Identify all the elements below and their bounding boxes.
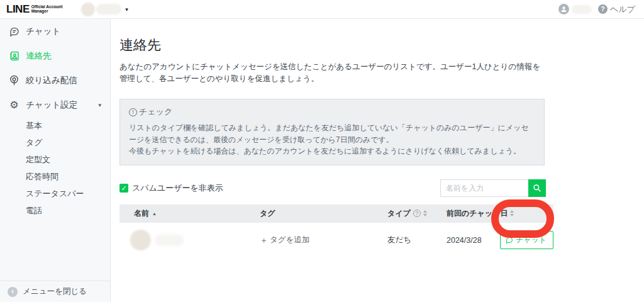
chat-bubble-icon (9, 26, 19, 36)
notice-title: チェック (139, 106, 172, 118)
user-name-redacted (155, 235, 184, 246)
help-link[interactable]: ヘルプ (610, 4, 635, 15)
table-row: ＋ タグを追加 友だち 2024/3/28 チャット (119, 223, 553, 258)
account-selector[interactable]: ▾ (81, 3, 128, 16)
help-icon[interactable]: ? (598, 4, 608, 14)
spam-filter-label: スパムユーザーを非表示 (132, 182, 223, 194)
sidebar-subitem-response-time[interactable]: 応答時間 (0, 168, 110, 185)
column-header-type[interactable]: タイプ ? (387, 208, 447, 219)
user-name-redacted (572, 5, 592, 14)
sidebar-subitem-tags[interactable]: タグ (0, 134, 110, 151)
search-button[interactable] (528, 179, 546, 197)
top-header: LINE Official Account Manager ▾ ? ヘルプ (0, 0, 644, 19)
contacts-table: 名前 ▲ タグ タイプ ? 前回のチャット日 ＋ (119, 204, 553, 258)
sidebar-nav: チャット 連絡先 絞り込み配信 ⚙ チャット設定 ▾ 基本 タグ 定型文 応答時… (0, 19, 111, 302)
logo-subtext: Official Account Manager (31, 4, 63, 14)
notice-line1: リストのタイプ欄を確認してみましょう。まだあなたを友だち追加していない「チャット… (129, 123, 529, 144)
notice-body: リストのタイプ欄を確認してみましょう。まだあなたを友だち追加していない「チャット… (129, 122, 531, 157)
sidebar-item-label: 絞り込み配信 (26, 75, 77, 86)
table-header-row: 名前 ▲ タグ タイプ ? 前回のチャット日 (119, 204, 553, 223)
chevron-down-icon[interactable]: ▾ (98, 102, 101, 108)
page-description: あなたのアカウントにチャットメッセージを送信したことがあるユーザーのリストです。… (119, 61, 546, 85)
sort-icons (510, 210, 514, 216)
logo-text: LINE (6, 3, 30, 16)
sidebar-item-chat[interactable]: チャット (0, 19, 110, 43)
notice-title-row: ! チェック (129, 106, 535, 118)
chat-button[interactable]: チャット (500, 231, 553, 249)
close-menu-label: メニューを閉じる (23, 286, 87, 297)
sidebar-item-targeted-broadcast[interactable]: 絞り込み配信 (0, 68, 110, 92)
notice-line2: 今後もチャットを続ける場合は、あなたのアカウントを友だちに追加するようにさりげな… (129, 147, 521, 155)
plus-icon: ＋ (260, 235, 268, 246)
list-controls: ✓ スパムユーザーを非表示 (119, 179, 546, 197)
column-header-tag: タグ (260, 208, 387, 219)
add-tag-label: タグを追加 (270, 235, 309, 245)
cell-last-chat: 2024/3/28 (447, 236, 500, 245)
sidebar-item-contacts[interactable]: 連絡先 (0, 43, 110, 68)
sidebar-subitem-phone[interactable]: 電話 (0, 202, 110, 219)
cell-name (119, 230, 260, 250)
chevron-left-icon: ‹ (8, 287, 18, 297)
user-avatar-icon[interactable] (558, 4, 569, 14)
gear-icon: ⚙ (9, 99, 19, 110)
chat-button-label: チャット (516, 235, 547, 245)
sidebar-subitem-basic[interactable]: 基本 (0, 117, 110, 134)
contact-book-icon (9, 50, 19, 61)
cell-type: 友だち (387, 235, 447, 245)
spam-filter-checkbox[interactable]: ✓ (119, 184, 128, 193)
sidebar-item-label: 連絡先 (26, 50, 52, 62)
search-icon (533, 184, 541, 193)
cell-actions: チャット (500, 231, 553, 249)
check-notice-panel: ! チェック リストのタイプ欄を確認してみましょう。まだあなたを友だち追加してい… (119, 99, 545, 165)
chevron-down-icon: ▾ (125, 6, 128, 13)
type-help-icon[interactable]: ? (413, 210, 421, 217)
add-tag-button[interactable]: ＋ タグを追加 (260, 235, 387, 246)
account-name-redacted (96, 4, 121, 14)
column-header-name[interactable]: 名前 ▲ (119, 208, 260, 219)
broadcast-icon (9, 75, 19, 86)
sidebar-subitem-status-bar[interactable]: ステータスバー (0, 185, 110, 202)
column-header-last-chat[interactable]: 前回のチャット日 (447, 208, 500, 219)
sidebar-item-chat-settings[interactable]: ⚙ チャット設定 ▾ (0, 92, 110, 117)
name-search (440, 179, 546, 197)
user-avatar (130, 230, 151, 250)
alert-icon: ! (129, 108, 137, 116)
sort-icons (423, 210, 427, 216)
search-input[interactable] (440, 179, 528, 197)
page-title: 連絡先 (119, 36, 644, 55)
chat-bubble-icon (506, 237, 513, 244)
sidebar-item-label: チャット設定 (26, 99, 77, 111)
close-menu-button[interactable]: ‹ メニューを閉じる (0, 281, 110, 302)
sort-asc-icon: ▲ (152, 211, 157, 216)
person-icon (560, 6, 567, 13)
main-content: 連絡先 あなたのアカウントにチャットメッセージを送信したことがあるユーザーのリス… (111, 19, 644, 302)
sidebar-subitem-canned-messages[interactable]: 定型文 (0, 151, 110, 168)
line-logo: LINE Official Account Manager (0, 3, 62, 16)
sidebar-item-label: チャット (26, 26, 60, 37)
account-avatar (81, 3, 95, 16)
